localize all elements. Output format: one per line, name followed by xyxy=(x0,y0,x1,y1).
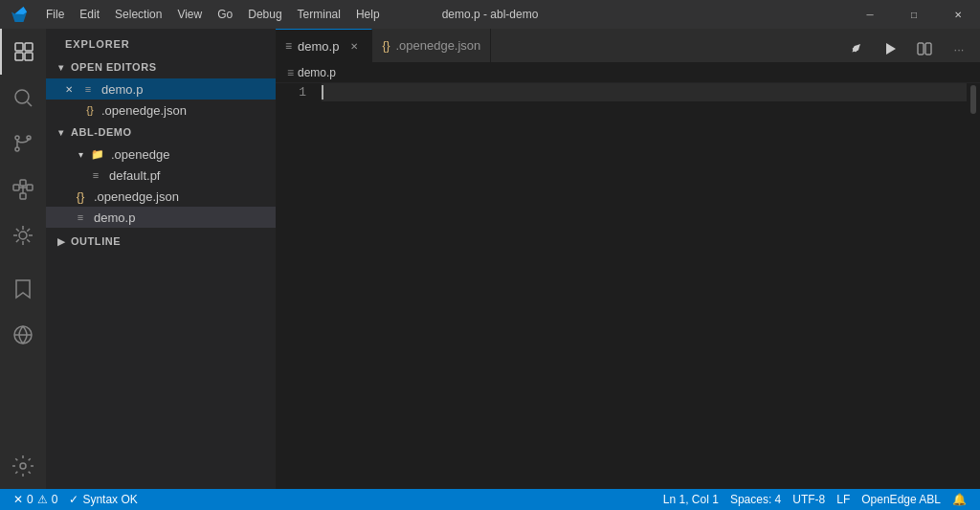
sidebar: Explorer ▾ Open Editors ✕ ≡ demo.p {} .o… xyxy=(46,29,276,489)
svg-rect-12 xyxy=(20,193,26,199)
line-number-1: 1 xyxy=(276,83,306,101)
file-default-pf[interactable]: ≡ default.pf xyxy=(46,165,276,186)
close-file-icon[interactable]: ✕ xyxy=(61,81,77,97)
svg-point-4 xyxy=(15,90,29,103)
status-bell[interactable]: 🔔 xyxy=(947,489,972,510)
outline-header[interactable]: ▶ Outline xyxy=(46,228,276,253)
activity-explorer[interactable] xyxy=(0,29,46,75)
status-right: Ln 1, Col 1 Spaces: 4 UTF-8 LF OpenEdge … xyxy=(657,489,972,510)
open-editors-chevron: ▾ xyxy=(54,59,69,75)
window-controls: ─ □ ✕ xyxy=(848,0,980,29)
editor-action-split[interactable] xyxy=(911,35,938,62)
activity-debug[interactable] xyxy=(0,212,46,258)
svg-marker-19 xyxy=(886,43,896,55)
activity-settings[interactable] xyxy=(0,443,46,489)
breadcrumb-item-demo-p: ≡ demo.p xyxy=(287,66,336,79)
svg-point-15 xyxy=(19,232,27,239)
status-encoding[interactable]: UTF-8 xyxy=(787,489,831,510)
breadcrumb-file-icon: ≡ xyxy=(287,66,294,79)
activity-remote[interactable] xyxy=(0,312,46,358)
status-bar: ✕ 0 ⚠ 0 ✓ Syntax OK Ln 1, Col 1 Spaces: … xyxy=(0,489,980,510)
svg-rect-10 xyxy=(27,185,33,190)
status-spaces[interactable]: Spaces: 4 xyxy=(724,489,787,510)
menu-go[interactable]: Go xyxy=(210,0,240,29)
file-default-pf-label: default.pf xyxy=(109,168,161,183)
line-numbers: 1 xyxy=(276,83,314,489)
project-demo-p[interactable]: ≡ demo.p xyxy=(46,207,276,228)
project-demo-p-label: demo.p xyxy=(94,211,135,225)
editor-area: ≡ demo.p ✕ {} .openedge.json xyxy=(276,29,980,489)
breadcrumb-file-name: demo.p xyxy=(298,66,336,79)
bell-icon: 🔔 xyxy=(952,493,967,506)
editor-action-run[interactable] xyxy=(877,35,903,62)
editor-content[interactable]: 1 xyxy=(276,83,980,489)
tab-openedge-json[interactable]: {} .openedge.json xyxy=(372,29,491,62)
menu-debug[interactable]: Debug xyxy=(240,0,289,29)
maximize-button[interactable]: □ xyxy=(892,0,936,29)
file-icon-pf: ≡ xyxy=(88,167,103,183)
status-error-count[interactable]: ✕ 0 ⚠ 0 xyxy=(8,489,63,510)
spaces-text: Spaces: 4 xyxy=(730,493,781,506)
close-button[interactable]: ✕ xyxy=(936,0,980,29)
activity-search[interactable] xyxy=(0,75,46,121)
breadcrumb: ≡ demo.p xyxy=(276,62,980,83)
outline-label: Outline xyxy=(71,235,121,247)
sidebar-content: ▾ Open Editors ✕ ≡ demo.p {} .openedge.j… xyxy=(46,55,276,489)
editor-text-area[interactable] xyxy=(314,83,967,489)
project-openedge-json-label: .openedge.json xyxy=(94,189,179,204)
activity-extensions[interactable] xyxy=(0,166,46,212)
error-count: 0 xyxy=(27,493,33,506)
menu-file[interactable]: File xyxy=(38,0,72,29)
json-brace-icon: {} xyxy=(82,102,98,118)
svg-rect-2 xyxy=(15,53,23,60)
status-syntax[interactable]: ✓ Syntax OK xyxy=(63,489,143,510)
menu-view[interactable]: View xyxy=(169,0,210,29)
tab-demo-p-close[interactable]: ✕ xyxy=(346,38,362,54)
svg-rect-0 xyxy=(15,43,23,51)
menu-edit[interactable]: Edit xyxy=(72,0,107,29)
open-editor-demo-p[interactable]: ✕ ≡ demo.p xyxy=(46,78,276,100)
svg-rect-3 xyxy=(25,53,33,60)
editor-scrollbar[interactable] xyxy=(967,83,980,489)
tab-demo-p[interactable]: ≡ demo.p ✕ xyxy=(276,29,372,62)
folder-icon: 📁 xyxy=(90,146,105,162)
svg-rect-9 xyxy=(13,185,19,190)
scrollbar-thumb xyxy=(970,85,976,114)
activity-bookmarks[interactable] xyxy=(0,266,46,312)
main-area: Explorer ▾ Open Editors ✕ ≡ demo.p {} .o… xyxy=(0,29,980,489)
syntax-check-icon: ✓ xyxy=(69,493,78,506)
open-editors-header[interactable]: ▾ Open Editors xyxy=(46,55,276,78)
minimize-button[interactable]: ─ xyxy=(848,0,892,29)
menu-terminal[interactable]: Terminal xyxy=(290,0,348,29)
project-chevron: ▾ xyxy=(54,124,69,140)
json-icon-project: {} xyxy=(73,188,88,204)
editor-action-more[interactable]: ··· xyxy=(946,35,972,62)
project-label: ABL-DEMO xyxy=(71,126,132,138)
status-line-ending[interactable]: LF xyxy=(831,489,856,510)
text-cursor xyxy=(322,85,323,100)
project-openedge-json[interactable]: {} .openedge.json xyxy=(46,186,276,207)
open-editors-label: Open Editors xyxy=(71,61,157,73)
language-text: OpenEdge ABL xyxy=(861,493,941,506)
status-position[interactable]: Ln 1, Col 1 xyxy=(657,489,724,510)
open-editor-demo-p-label: demo.p xyxy=(101,82,143,97)
project-header[interactable]: ▾ ABL-DEMO xyxy=(46,121,276,144)
encoding-text: UTF-8 xyxy=(792,493,825,506)
svg-rect-20 xyxy=(918,43,924,55)
svg-point-17 xyxy=(20,463,26,469)
activity-source-control[interactable] xyxy=(0,121,46,166)
menu-selection[interactable]: Selection xyxy=(107,0,169,29)
svg-rect-21 xyxy=(925,43,931,55)
open-editor-openedge-json[interactable]: {} .openedge.json xyxy=(46,100,276,121)
status-language[interactable]: OpenEdge ABL xyxy=(856,489,947,510)
position-text: Ln 1, Col 1 xyxy=(663,493,719,506)
svg-rect-1 xyxy=(25,43,33,51)
line-ending-text: LF xyxy=(836,493,850,506)
app-logo xyxy=(0,0,38,29)
warning-count: 0 xyxy=(52,493,58,506)
editor-action-diamond[interactable] xyxy=(842,35,869,62)
folder-openedge[interactable]: ▾ 📁 .openedge xyxy=(46,144,276,165)
error-icon: ✕ xyxy=(13,493,23,506)
menu-help[interactable]: Help xyxy=(348,0,388,29)
warning-icon: ⚠ xyxy=(37,493,48,506)
